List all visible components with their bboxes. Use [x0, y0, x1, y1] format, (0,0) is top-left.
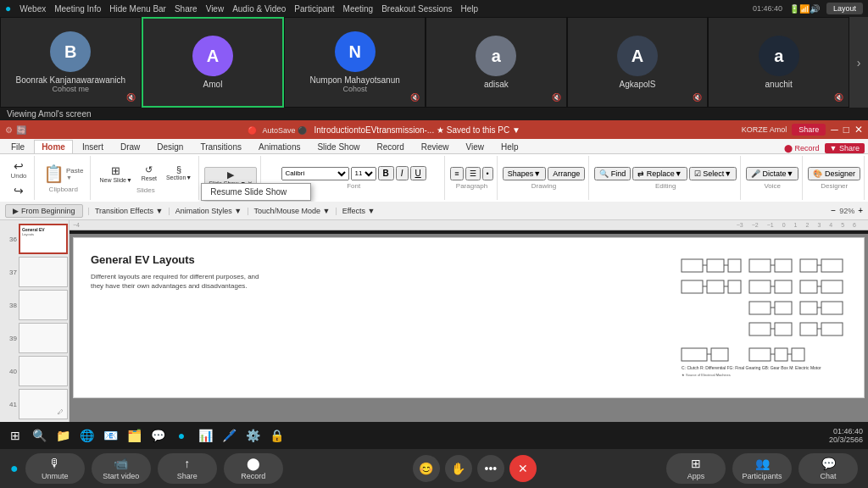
ppt-close[interactable]: ✕	[854, 124, 863, 136]
search-taskbar[interactable]: 🔍	[29, 425, 49, 446]
reactions-btn[interactable]: 😊	[413, 455, 440, 482]
menu-item-hide-menu[interactable]: Hide Menu Bar	[109, 4, 166, 14]
align-left-btn[interactable]: ≡	[450, 167, 463, 180]
effects-btn[interactable]: Effects ▼	[342, 207, 376, 215]
menu-item-breakout[interactable]: Breakout Sessions	[381, 4, 452, 14]
teams-app[interactable]: 💬	[147, 425, 168, 446]
ppt-share-button[interactable]: Share	[792, 124, 826, 136]
menu-item-meeting[interactable]: Meeting	[343, 4, 374, 14]
redo-btn[interactable]: ↪	[7, 183, 31, 198]
participants-button[interactable]: 👥 Participants	[732, 453, 792, 484]
ppt-minimize[interactable]: ─	[831, 124, 838, 136]
settings-app[interactable]: ⚙️	[242, 425, 263, 446]
replace-btn[interactable]: ⇄ Replace▼	[632, 167, 687, 180]
shapes-btn[interactable]: Shapes▼	[503, 167, 546, 180]
tab-draw[interactable]: Draw	[113, 140, 147, 153]
slide-thumb-38[interactable]: 38	[2, 290, 67, 320]
transition-effects-btn[interactable]: Transition Effects ▼	[95, 207, 163, 215]
record-button[interactable]: ⬤ Record	[224, 453, 283, 484]
section-btn[interactable]: § Section▼	[163, 163, 195, 185]
slide-canvas[interactable]: General EV Layouts Different layouts are…	[73, 237, 865, 398]
more-btn[interactable]: •••	[477, 455, 504, 482]
participant-tile-adisak[interactable]: a adisak 🔇	[426, 17, 567, 108]
tab-review[interactable]: Review	[414, 140, 457, 153]
start-button[interactable]: ⊞	[5, 425, 25, 446]
tab-home[interactable]: Home	[34, 140, 73, 153]
menu-item-share[interactable]: Share	[175, 4, 198, 14]
excel-app[interactable]: 📊	[195, 425, 215, 446]
participant-tile-numpon[interactable]: N Numpon Mahayotsanun Cohost 🔇	[284, 17, 426, 108]
slide-thumb-img-36[interactable]: General EV Layouts	[19, 224, 68, 254]
mail-app[interactable]: 📧	[100, 425, 120, 446]
find-btn[interactable]: 🔍 Find	[594, 167, 631, 180]
slide-thumb-40[interactable]: 40	[2, 356, 67, 386]
apps-button[interactable]: ⊞ Apps	[666, 453, 726, 484]
slide-thumb-img-41[interactable]: 🖊	[19, 389, 68, 419]
from-beginning-btn[interactable]: ▶ From Beginning	[5, 204, 83, 218]
menu-item-help[interactable]: Help	[461, 4, 479, 14]
file-explorer[interactable]: 📁	[53, 425, 73, 446]
arrange-btn[interactable]: Arrange	[548, 167, 585, 180]
participant-tile-anuchit[interactable]: a anuchit 🔇	[708, 17, 849, 108]
popup-item-resume[interactable]: Resume Slide Show	[202, 184, 310, 200]
tab-record[interactable]: Record	[369, 140, 411, 153]
menu-item-audio-video[interactable]: Audio & Video	[232, 4, 286, 14]
select-btn[interactable]: ☑ Select▼	[689, 167, 737, 180]
slide-thumb-img-39[interactable]	[19, 323, 68, 353]
record-btn-ribbon[interactable]: ⬤ Record	[784, 144, 820, 152]
raise-hand-btn[interactable]: ✋	[445, 455, 472, 482]
unmute-button[interactable]: 🎙 Unmute	[25, 453, 85, 484]
menu-item-view[interactable]: View	[206, 4, 225, 14]
slide-thumb-36[interactable]: 36 General EV Layouts	[2, 224, 67, 254]
share-button-bottom[interactable]: ↑ Share	[158, 453, 217, 484]
security-app[interactable]: 🔒	[266, 425, 287, 446]
tab-file[interactable]: File	[3, 140, 32, 153]
slide-thumb-img-40[interactable]	[19, 356, 68, 386]
participant-tile-amol[interactable]: A Amol	[142, 17, 285, 108]
slide-thumb-37[interactable]: 37	[2, 257, 67, 287]
participant-tile-agkapol[interactable]: A AgkapolS 🔇	[567, 17, 709, 108]
outlook-app[interactable]: 🗂️	[124, 425, 144, 446]
zoom-in-btn[interactable]: +	[858, 206, 863, 215]
tab-transitions[interactable]: Transitions	[192, 140, 249, 153]
zoom-out-btn[interactable]: −	[831, 206, 836, 215]
tab-design[interactable]: Design	[149, 140, 191, 153]
align-center-btn[interactable]: ☰	[465, 167, 481, 180]
slide-thumb-41[interactable]: 41 🖊	[2, 389, 67, 419]
tab-help[interactable]: Help	[493, 140, 526, 153]
bullet-btn[interactable]: •	[482, 167, 493, 180]
tab-insert[interactable]: Insert	[75, 140, 111, 153]
bold-btn[interactable]: B	[378, 166, 394, 180]
tab-view[interactable]: View	[459, 140, 492, 153]
start-video-button[interactable]: 📹 Start video	[92, 453, 151, 484]
touch-mouse-mode-btn[interactable]: Touch/Mouse Mode ▼	[253, 207, 330, 215]
slide-thumb-img-37[interactable]	[19, 257, 68, 287]
webex-taskbar[interactable]: ●	[171, 425, 192, 446]
underline-btn[interactable]: U	[410, 166, 426, 180]
slide-thumb-39[interactable]: 39	[2, 323, 67, 353]
font-size-select[interactable]: 11	[351, 167, 376, 180]
participant-tile-boonrak[interactable]: B Boonrak Kanjanawarawanich Cohost me 🔇	[0, 17, 142, 108]
ppt-taskbar[interactable]: 🖊️	[219, 425, 239, 446]
animation-styles-btn[interactable]: Animation Styles ▼	[175, 207, 242, 215]
menu-item-participant[interactable]: Participant	[294, 4, 334, 14]
participants-next-arrow[interactable]: ›	[849, 17, 868, 108]
designer-btn[interactable]: 🎨 Designer	[808, 167, 860, 180]
reset-btn[interactable]: ↺ Reset	[137, 163, 161, 185]
end-call-btn[interactable]: ✕	[509, 455, 537, 482]
menu-item-meeting-info[interactable]: Meeting Info	[54, 4, 101, 14]
paste-btn[interactable]: 📋 Paste ▼	[40, 164, 86, 184]
chat-button[interactable]: 💬 Chat	[798, 453, 858, 484]
share-btn-ribbon[interactable]: ▼ Share	[825, 143, 865, 153]
tab-slideshow[interactable]: Slide Show	[309, 140, 367, 153]
tab-animations[interactable]: Animations	[251, 140, 308, 153]
undo-btn[interactable]: ↩ Undo	[7, 158, 31, 181]
font-family-select[interactable]: Calibri	[281, 167, 349, 180]
slide-thumb-img-38[interactable]	[19, 290, 68, 320]
edge-browser[interactable]: 🌐	[76, 425, 97, 446]
ppt-maximize[interactable]: □	[843, 124, 849, 136]
dictate-btn[interactable]: 🎤 Dictate▼	[746, 167, 798, 180]
new-slide-btn[interactable]: ⊞ New Slide▼	[96, 163, 135, 185]
italic-btn[interactable]: I	[396, 166, 409, 180]
layout-button[interactable]: Layout	[826, 3, 863, 14]
